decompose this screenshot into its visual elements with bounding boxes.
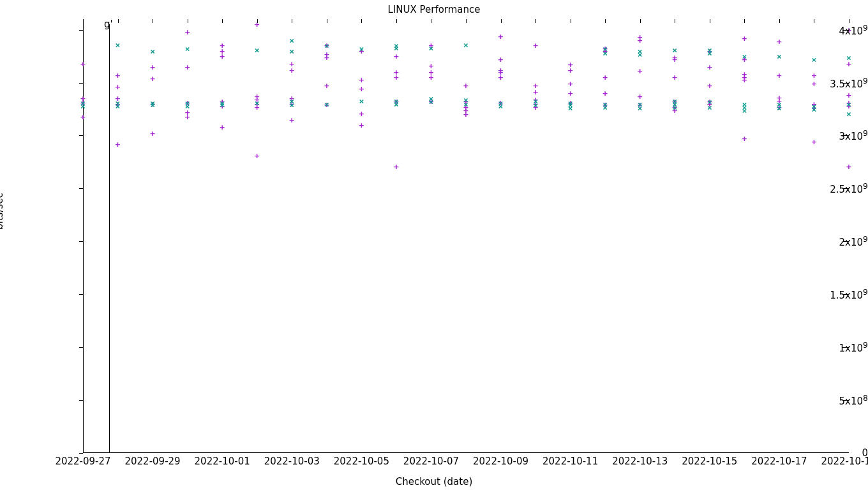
cross-marker: × bbox=[359, 96, 364, 105]
cross-marker: × bbox=[846, 53, 851, 61]
x-tick-top bbox=[83, 19, 84, 23]
cross-marker: × bbox=[742, 52, 747, 61]
plus-marker: + bbox=[498, 56, 504, 64]
plus-marker: + bbox=[116, 83, 121, 91]
cross-marker: × bbox=[638, 50, 643, 58]
cross-marker: × bbox=[255, 99, 260, 107]
plus-marker: + bbox=[463, 110, 468, 119]
x-axis-label: Checkout (date) bbox=[0, 476, 868, 487]
y-tick bbox=[79, 453, 83, 454]
x-tick-top bbox=[396, 19, 397, 23]
x-tick-top bbox=[605, 19, 606, 23]
plus-marker: + bbox=[394, 73, 399, 82]
x-tick-top bbox=[640, 19, 641, 23]
cross-marker: × bbox=[602, 103, 608, 111]
y-tick-right bbox=[842, 188, 849, 189]
y-axis-label: bits/sec bbox=[0, 193, 5, 230]
cross-marker: × bbox=[463, 40, 468, 48]
y-tick bbox=[79, 294, 83, 295]
x-tick-top bbox=[571, 19, 571, 23]
plus-marker: + bbox=[638, 36, 643, 45]
plus-marker: + bbox=[672, 56, 677, 64]
cross-marker: × bbox=[394, 100, 399, 108]
plus-marker: + bbox=[533, 41, 538, 50]
y-tick-label: 2x109 bbox=[791, 234, 868, 248]
x-tick-label: 2022-10-03 bbox=[264, 456, 320, 467]
y-tick-label: 3x109 bbox=[791, 128, 868, 142]
plus-marker: + bbox=[568, 89, 573, 98]
cross-marker: × bbox=[324, 41, 329, 50]
x-tick-label: 2022-10-17 bbox=[751, 456, 807, 467]
cross-marker: × bbox=[568, 104, 573, 112]
x-axis-line bbox=[83, 452, 849, 453]
chart-container: LINUX Performance bits/sec Checkout (dat… bbox=[0, 0, 868, 490]
y-tick-right bbox=[842, 135, 849, 136]
x-tick-label: 2022-10-15 bbox=[682, 456, 737, 467]
plus-marker: + bbox=[359, 75, 364, 84]
cross-marker: × bbox=[289, 47, 294, 55]
plus-marker: + bbox=[568, 80, 573, 88]
cross-marker: × bbox=[359, 45, 364, 53]
plus-marker: + bbox=[602, 89, 608, 98]
plus-marker: + bbox=[498, 32, 504, 40]
x-tick-top bbox=[292, 19, 292, 23]
plus-marker: + bbox=[80, 59, 86, 68]
y-tick-label: 1x109 bbox=[791, 340, 868, 354]
plus-marker: + bbox=[324, 82, 329, 90]
y-tick-right bbox=[842, 347, 849, 348]
y-tick bbox=[79, 83, 83, 84]
plus-marker: + bbox=[185, 63, 190, 71]
x-tick-label: 2022-10-19 bbox=[821, 456, 868, 467]
plus-marker: + bbox=[80, 112, 86, 121]
plus-marker: + bbox=[150, 130, 155, 138]
plus-marker: + bbox=[672, 73, 677, 82]
y-tick-label: 3.5x109 bbox=[791, 76, 868, 90]
x-tick-top bbox=[814, 19, 814, 23]
plus-marker: + bbox=[185, 112, 190, 121]
y-tick bbox=[79, 400, 83, 401]
annotation-vline bbox=[109, 24, 110, 453]
plus-marker: + bbox=[394, 52, 399, 61]
x-tick-label: 2022-10-07 bbox=[403, 456, 459, 467]
cross-marker: × bbox=[742, 106, 747, 114]
plus-marker: + bbox=[116, 71, 121, 79]
plus-marker: + bbox=[324, 53, 329, 61]
plus-marker: + bbox=[638, 67, 643, 75]
x-tick-top bbox=[153, 19, 153, 23]
x-tick-top bbox=[327, 19, 327, 23]
cross-marker: × bbox=[255, 46, 260, 54]
x-tick-label: 2022-10-09 bbox=[473, 456, 528, 467]
plus-marker: + bbox=[742, 75, 747, 84]
cross-marker: × bbox=[812, 105, 817, 113]
x-tick-label: 2022-09-29 bbox=[124, 456, 180, 467]
x-tick-top bbox=[431, 19, 431, 23]
cross-marker: × bbox=[463, 100, 468, 108]
plus-marker: + bbox=[707, 82, 712, 90]
cross-marker: × bbox=[324, 100, 329, 108]
cross-marker: × bbox=[429, 98, 434, 106]
plus-marker: + bbox=[568, 66, 573, 74]
plus-marker: + bbox=[289, 115, 294, 124]
y-tick-label: 1.5x109 bbox=[791, 287, 868, 301]
plus-marker: + bbox=[359, 121, 364, 129]
cross-marker: × bbox=[289, 101, 294, 109]
plus-marker: + bbox=[602, 73, 608, 82]
x-tick-top bbox=[675, 19, 675, 23]
y-axis-line bbox=[83, 19, 84, 453]
y-tick-label: 5x108 bbox=[791, 393, 868, 407]
chart-title: LINUX Performance bbox=[0, 4, 868, 15]
y-tick-label: 4x109 bbox=[791, 23, 868, 37]
x-tick-top bbox=[779, 19, 780, 23]
cross-marker: × bbox=[220, 101, 225, 109]
x-tick-top bbox=[361, 19, 362, 23]
plus-marker: + bbox=[498, 73, 504, 82]
plus-marker: + bbox=[777, 71, 782, 79]
annotation-label: g' bbox=[104, 19, 113, 30]
cross-marker: × bbox=[150, 47, 155, 55]
x-tick-label: 2022-09-27 bbox=[55, 456, 110, 467]
cross-marker: × bbox=[533, 101, 538, 109]
cross-marker: × bbox=[846, 100, 851, 108]
y-tick bbox=[79, 188, 83, 189]
plus-marker: + bbox=[742, 34, 747, 42]
x-tick-top bbox=[222, 19, 223, 23]
